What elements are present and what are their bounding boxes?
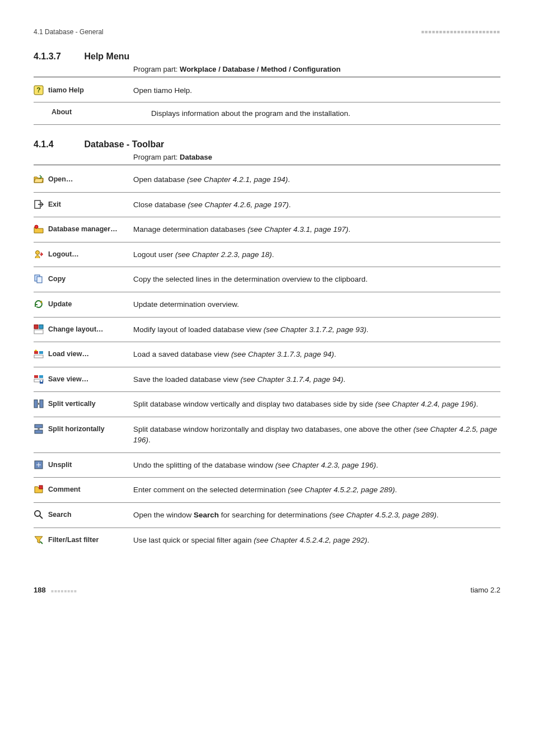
exit-icon	[34, 199, 44, 209]
desc-ref: (see Chapter 4.5.2.2, page 289)	[288, 486, 395, 494]
refresh-icon	[34, 299, 44, 309]
desc-end: .	[289, 200, 291, 209]
open-folder-icon	[34, 174, 44, 184]
footer-decor: ■■■■■■■■	[51, 589, 77, 594]
split-vertical-icon	[34, 399, 44, 409]
row-label: Logout…	[48, 250, 79, 258]
row-desc: Undo the splitting of the database windo…	[133, 460, 500, 471]
desc-end: .	[148, 436, 151, 444]
row-label: Exit	[48, 200, 61, 208]
section-title: Database - Toolbar	[84, 139, 164, 149]
row-desc: Split database window vertically and dis…	[133, 399, 500, 410]
load-view-icon	[34, 349, 44, 359]
svg-rect-13	[34, 375, 38, 378]
desc-end: .	[376, 461, 378, 469]
svg-rect-11	[39, 351, 43, 354]
unsplit-icon	[34, 460, 44, 470]
toolbar-row-split-vert: Split vertically Split database window v…	[34, 392, 500, 417]
row-label: Change layout…	[48, 325, 104, 333]
desc-ref: (see Chapter 3.1.7.3, page 94)	[231, 350, 334, 358]
desc-ref: (see Chapter 4.3.1, page 197)	[247, 225, 348, 234]
svg-rect-21	[35, 430, 43, 433]
row-desc: Close database (see Chapter 4.2.6, page …	[133, 199, 500, 211]
desc-ref: (see Chapter 3.1.7.2, page 93)	[264, 325, 367, 334]
svg-rect-9	[34, 330, 43, 334]
help-row-about: About Displays information about the pro…	[34, 102, 500, 125]
desc-bold: Search	[194, 511, 219, 519]
help-icon: ?	[34, 85, 44, 95]
section-number: 4.1.4	[34, 139, 82, 150]
row-label: Comment	[48, 486, 81, 493]
toolbar-row-db-manager: Database manager… Manage determination d…	[34, 217, 500, 242]
row-desc: Update determination overview.	[133, 299, 500, 310]
row-desc: Logout user (see Chapter 2.2.3, page 18)…	[133, 249, 500, 260]
divider	[34, 77, 500, 77]
desc-text: Open database	[133, 175, 187, 184]
row-label: Split vertically	[48, 400, 96, 408]
divider	[34, 165, 500, 165]
row-desc: Copy the selected lines in the determina…	[133, 274, 500, 285]
desc-ref: (see Chapter 4.5.2.3, page 289)	[329, 511, 436, 519]
row-label: Copy	[48, 275, 65, 283]
svg-text:?: ?	[36, 86, 40, 94]
layout-icon	[34, 324, 44, 334]
desc-text: Open the window	[133, 511, 194, 519]
filter-icon	[34, 535, 44, 545]
desc-text: Split database window vertically and dis…	[133, 400, 375, 408]
row-desc: Open tiamo Help.	[133, 85, 500, 96]
svg-point-24	[35, 511, 40, 516]
section-heading-db-toolbar: 4.1.4 Database - Toolbar	[34, 139, 500, 150]
toolbar-row-exit: Exit Close database (see Chapter 4.2.6, …	[34, 193, 500, 218]
toolbar-row-change-layout: Change layout… Modify layout of loaded d…	[34, 318, 500, 343]
desc-end: .	[367, 536, 369, 544]
toolbar-row-update: Update Update determination overview.	[34, 292, 500, 318]
desc-text: Load a saved database view	[133, 350, 231, 358]
row-label: About	[51, 108, 72, 116]
toolbar-row-save-view: Save view… Save the loaded database view…	[34, 367, 500, 393]
row-desc: Save the loaded database view (see Chapt…	[133, 374, 500, 385]
program-part-value: Database	[180, 153, 212, 161]
row-label: Open…	[48, 175, 73, 183]
split-horizontal-icon	[34, 424, 44, 434]
row-label: Database manager…	[48, 225, 118, 233]
desc-end: .	[272, 250, 274, 259]
header-breadcrumb: 4.1 Database - General	[34, 28, 104, 36]
comment-icon	[34, 484, 44, 494]
row-desc: Modify layout of loaded database view (s…	[133, 324, 500, 335]
db-manager-icon	[34, 224, 44, 234]
desc-text: Save the loaded database view	[133, 375, 240, 384]
desc-end: .	[395, 486, 397, 494]
desc-text: Manage determination databases	[133, 225, 247, 234]
desc-ref: (see Chapter 2.2.3, page 18)	[175, 250, 272, 259]
svg-rect-6	[37, 277, 42, 283]
save-view-icon	[34, 374, 44, 384]
row-desc: Manage determination databases (see Chap…	[133, 224, 500, 235]
help-row-tiamo-help: ? tiamo Help Open tiamo Help.	[34, 80, 500, 102]
desc-end: .	[334, 350, 336, 358]
row-desc: Displays information about the program a…	[151, 108, 500, 119]
section-heading-help-menu: 4.1.3.7 Help Menu	[34, 52, 500, 62]
toolbar-row-logout: Logout… Logout user (see Chapter 2.2.3, …	[34, 242, 500, 268]
svg-rect-8	[39, 325, 43, 329]
desc-text: Enter comment on the selected determinat…	[133, 486, 288, 494]
desc-end: .	[437, 511, 439, 519]
desc-ref: (see Chapter 3.1.7.4, page 94)	[240, 375, 343, 384]
row-desc: Open the window Search for searching for…	[133, 510, 500, 521]
desc-text: Split database window horizontally and d…	[133, 425, 414, 433]
footer-product: tiamo 2.2	[471, 586, 500, 594]
svg-rect-17	[41, 380, 43, 382]
program-part-label: Program part:	[133, 65, 180, 73]
row-desc: Use last quick or special filter again (…	[133, 535, 500, 546]
desc-ref: (see Chapter 4.2.4, page 196)	[375, 400, 476, 408]
footer-page-number: 188	[34, 586, 46, 594]
toolbar-row-load-view: Load view… Load a saved database view (s…	[34, 342, 500, 367]
desc-ref: (see Chapter 4.2.1, page 194)	[187, 175, 288, 184]
svg-rect-18	[34, 400, 38, 408]
svg-rect-14	[39, 375, 43, 378]
svg-rect-23	[39, 486, 43, 489]
row-label: tiamo Help	[48, 86, 84, 94]
program-part-line: Program part: Database	[133, 153, 500, 161]
desc-end: .	[288, 175, 290, 184]
toolbar-row-comment: Comment Enter comment on the selected de…	[34, 478, 500, 503]
row-label: Filter/Last filter	[48, 536, 99, 544]
